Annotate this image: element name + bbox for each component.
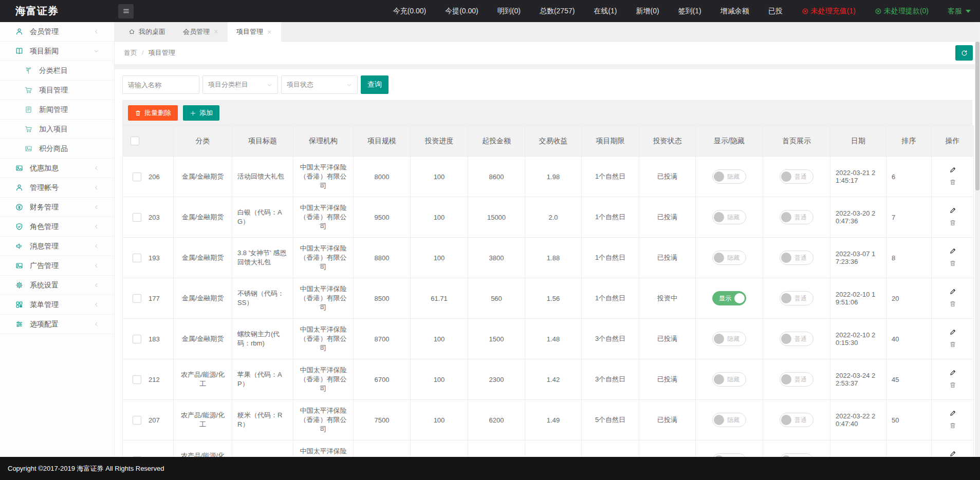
header-stat[interactable]: 在线(1): [594, 7, 617, 16]
header-stat[interactable]: 已投: [768, 7, 783, 16]
home-toggle[interactable]: 普通: [780, 169, 813, 184]
sidebar-item-财务管理[interactable]: 财务管理: [0, 198, 114, 217]
display-toggle[interactable]: 隐藏: [712, 210, 746, 224]
speaker-icon: [15, 242, 23, 250]
cell-progress: 100: [411, 400, 468, 440]
home-toggle[interactable]: 普通: [780, 291, 813, 305]
delete-button[interactable]: [949, 341, 956, 350]
cell-category: 金属/金融期货: [174, 278, 232, 319]
sidebar-item-广告管理[interactable]: 广告管理: [0, 256, 114, 276]
header-stat[interactable]: 未处理提款(0): [875, 7, 929, 16]
header-stat[interactable]: 总数(2757): [540, 7, 575, 16]
edit-button[interactable]: [949, 410, 956, 418]
sidebar-item-菜单管理[interactable]: 菜单管理: [0, 295, 114, 315]
status-select[interactable]: 项目状态: [281, 75, 358, 94]
cell-title: 螺纹钢主力(代码：rbm): [232, 319, 293, 359]
header-stat[interactable]: 新增(0): [636, 7, 659, 16]
edit-button[interactable]: [949, 288, 956, 297]
category-select[interactable]: 项目分类栏目: [202, 75, 278, 94]
home-toggle[interactable]: 普通: [780, 210, 813, 224]
header-stat[interactable]: 客服: [948, 7, 971, 16]
header-stat-label: 未处理提款(0): [884, 7, 929, 16]
sidebar-item-积分商品[interactable]: 积分商品: [0, 139, 114, 159]
row-checkbox[interactable]: [133, 254, 141, 262]
display-toggle[interactable]: 隐藏: [712, 332, 746, 346]
cell-ops: [932, 319, 974, 359]
cell-status: 已投满: [639, 400, 696, 440]
tab-我的桌面[interactable]: 我的桌面: [120, 22, 174, 41]
projects-table: 分类项目标题保理机构项目规模投资进度起投金额交易收益项目期限投资状态显示/隐藏首…: [122, 125, 974, 480]
header-stat[interactable]: 签到(1): [678, 7, 701, 16]
header-stat[interactable]: 今提(0.00): [445, 7, 478, 16]
cell-title: 粳米（代码：RR）: [232, 400, 293, 440]
toggle-knob: [714, 212, 724, 222]
sidebar-item-选项配置[interactable]: 选项配置: [0, 315, 114, 334]
edit-button[interactable]: [949, 329, 956, 337]
sidebar-item-项目管理[interactable]: 项目管理: [0, 81, 114, 100]
header-stat[interactable]: 明到(0): [497, 7, 521, 16]
sidebar-item-系统设置[interactable]: 系统设置: [0, 276, 114, 295]
refresh-button[interactable]: [955, 45, 973, 61]
cell-home-toggle: 普通: [763, 319, 830, 359]
sidebar-item-加入项目[interactable]: 加入项目: [0, 120, 114, 139]
home-toggle[interactable]: 普通: [780, 332, 813, 346]
sidebar-item-角色管理[interactable]: 角色管理: [0, 217, 114, 237]
row-checkbox[interactable]: [133, 294, 141, 303]
search-button[interactable]: 查询: [361, 75, 389, 94]
column-header: 显示/隐藏: [696, 126, 763, 157]
cell-category: 金属/金融期货: [174, 157, 232, 197]
header-select-all[interactable]: [123, 126, 174, 157]
toggle-label: 普通: [794, 213, 807, 222]
tab-项目管理[interactable]: 项目管理: [228, 22, 281, 42]
row-checkbox[interactable]: [133, 213, 141, 222]
display-toggle[interactable]: 隐藏: [712, 413, 746, 427]
pencil-icon: [949, 450, 956, 457]
row-checkbox[interactable]: [133, 335, 141, 343]
cell-sort: 40: [886, 319, 932, 359]
sidebar-item-分类栏目[interactable]: 分类栏目: [0, 61, 114, 81]
delete-button[interactable]: [949, 300, 956, 309]
toggle-label: 普通: [794, 294, 807, 303]
row-checkbox[interactable]: [133, 416, 141, 425]
row-checkbox[interactable]: [133, 375, 141, 384]
header-stat[interactable]: 未处理充值(1): [802, 7, 856, 16]
sidebar-item-优惠加息[interactable]: 优惠加息: [0, 159, 114, 178]
display-toggle[interactable]: 隐藏: [712, 372, 746, 387]
display-toggle[interactable]: 隐藏: [712, 169, 746, 184]
delete-button[interactable]: [949, 219, 956, 228]
sidebar-item-会员管理[interactable]: 会员管理: [0, 22, 114, 42]
home-toggle[interactable]: 普通: [780, 413, 813, 427]
delete-button[interactable]: [949, 260, 956, 268]
batch-delete-button[interactable]: 批量删除: [128, 105, 178, 121]
vertical-scrollbar[interactable]: [975, 22, 980, 457]
header-stat[interactable]: 增减余额: [720, 7, 749, 16]
toggle-knob: [781, 293, 791, 303]
sidebar-item-项目新闻[interactable]: 项目新闻: [0, 42, 114, 61]
breadcrumb-home[interactable]: 首页: [124, 49, 137, 56]
edit-button[interactable]: [949, 166, 956, 175]
delete-button[interactable]: [949, 422, 956, 431]
header-stat[interactable]: 今充(0.00): [393, 7, 427, 16]
display-toggle[interactable]: 隐藏: [712, 251, 746, 265]
hamburger-menu-button[interactable]: [118, 4, 134, 18]
sidebar-item-管理帐号[interactable]: 管理帐号: [0, 178, 114, 198]
tab-会员管理[interactable]: 会员管理: [174, 22, 228, 41]
edit-button[interactable]: [949, 207, 956, 216]
home-toggle[interactable]: 普通: [780, 251, 813, 265]
edit-button[interactable]: [949, 247, 956, 256]
delete-button[interactable]: [949, 179, 956, 187]
add-button[interactable]: 添加: [183, 105, 219, 121]
table-row: 206金属/金融期货活动回馈大礼包中国太平洋保险（香港）有限公司80001008…: [123, 157, 974, 197]
sidebar-item-新闻管理[interactable]: 新闻管理: [0, 100, 114, 120]
select-all-checkbox[interactable]: [131, 137, 139, 145]
toggle-label: 普通: [794, 254, 807, 262]
sidebar-item-消息管理[interactable]: 消息管理: [0, 237, 114, 256]
name-search-input[interactable]: [122, 75, 199, 94]
row-checkbox[interactable]: [133, 172, 141, 181]
display-toggle[interactable]: 显示: [712, 291, 746, 305]
scrollbar-thumb[interactable]: [975, 42, 979, 190]
home-toggle[interactable]: 普通: [780, 372, 813, 387]
edit-button[interactable]: [949, 369, 956, 378]
sidebar-item-label: 新闻管理: [39, 105, 106, 114]
delete-button[interactable]: [949, 381, 956, 390]
